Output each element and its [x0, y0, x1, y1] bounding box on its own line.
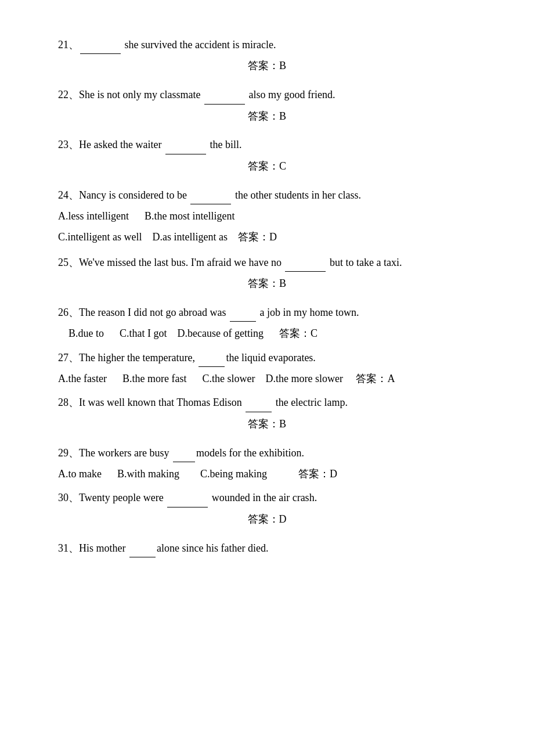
option-29-a: A.to make: [58, 468, 102, 480]
answer-24: 答案：D: [238, 231, 277, 243]
blank-28: [246, 393, 272, 412]
question-30-text: 30、Twenty people were wounded in the air…: [58, 488, 476, 507]
option-27-b: B.the more fast: [122, 373, 186, 384]
option-24-a: A.less intelligent: [58, 210, 129, 222]
question-number: 28、: [58, 397, 79, 408]
option-27-a: A.the faster: [58, 373, 107, 384]
question-28-text: 28、It was well known that Thomas Edison …: [58, 393, 476, 412]
answer-28: 答案：B: [58, 416, 476, 433]
answer-26: 答案：C: [279, 327, 317, 339]
question-number: 27、: [58, 352, 79, 363]
answer-29: 答案：D: [298, 468, 337, 480]
blank-31: [129, 538, 156, 557]
question-22: 22、She is not only my classmate also my …: [58, 85, 476, 124]
option-26-d: D.because of getting: [178, 327, 264, 339]
question-30: 30、Twenty people were wounded in the air…: [58, 488, 476, 527]
option-24-c: C.intelligent as well: [58, 231, 142, 243]
options-24-line2: C.intelligent as well D.as intelligent a…: [58, 228, 476, 246]
question-29-text: 29、The workers are busy models for the e…: [58, 443, 476, 462]
options-26: B.due to C.that I got D.because of getti…: [58, 324, 476, 343]
option-29-b: B.with making: [117, 468, 179, 480]
option-24-d: D.as intelligent as: [152, 231, 227, 243]
answer-23: 答案：C: [58, 158, 476, 175]
blank-27: [199, 348, 225, 367]
question-24: 24、Nancy is considered to be the other s…: [58, 185, 476, 247]
question-number: 25、: [58, 257, 79, 268]
options-29: A.to make B.with making C.being making 答…: [58, 465, 476, 483]
question-24-text: 24、Nancy is considered to be the other s…: [58, 185, 476, 204]
question-number: 24、: [58, 189, 79, 201]
blank-26: [230, 303, 256, 322]
question-31: 31、His mother alone since his father die…: [58, 538, 476, 557]
question-number: 21、: [58, 39, 79, 51]
question-27-text: 27、The higher the temperature, the liqui…: [58, 348, 476, 367]
question-23: 23、He asked the waiter the bill. 答案：C: [58, 135, 476, 174]
question-25-text: 25、We've missed the last bus. I'm afraid…: [58, 253, 476, 272]
question-29: 29、The workers are busy models for the e…: [58, 443, 476, 484]
option-29-c: C.being making: [200, 468, 267, 480]
options-27: A.the faster B.the more fast C.the slowe…: [58, 369, 476, 388]
option-27-c: C.the slower: [202, 373, 255, 384]
option-26-b: B.due to: [68, 327, 104, 339]
blank-25: [285, 253, 326, 272]
option-24-b: B.the most intelligent: [145, 210, 235, 222]
question-26-text: 26、The reason I did not go abroad was a …: [58, 303, 476, 322]
question-number: 30、: [58, 492, 79, 503]
option-26-c: C.that I got: [120, 327, 167, 339]
question-21: 21、 she survived the accident is miracle…: [58, 35, 476, 74]
answer-21: 答案：B: [58, 57, 476, 74]
question-number: 23、: [58, 139, 79, 150]
blank-29: [173, 443, 195, 462]
blank-22: [204, 85, 245, 104]
question-number: 22、: [58, 89, 79, 100]
answer-30: 答案：D: [58, 511, 476, 528]
question-31-text: 31、His mother alone since his father die…: [58, 538, 476, 557]
option-27-d: D.the more slower: [265, 373, 342, 384]
answer-22: 答案：B: [58, 108, 476, 125]
question-22-text: 22、She is not only my classmate also my …: [58, 85, 476, 104]
question-26: 26、The reason I did not go abroad was a …: [58, 303, 476, 343]
question-27: 27、The higher the temperature, the liqui…: [58, 348, 476, 388]
options-24-line1: A.less intelligent B.the most intelligen…: [58, 207, 476, 225]
blank-30: [167, 488, 208, 507]
question-number: 29、: [58, 447, 79, 459]
blank-21: [80, 35, 121, 54]
question-number: 31、: [58, 542, 79, 554]
question-number: 26、: [58, 307, 79, 318]
blank-24: [190, 185, 231, 204]
question-25: 25、We've missed the last bus. I'm afraid…: [58, 253, 476, 292]
blank-23: [165, 135, 206, 154]
answer-25: 答案：B: [58, 275, 476, 292]
question-21-text: 21、 she survived the accident is miracle…: [58, 35, 476, 54]
question-23-text: 23、He asked the waiter the bill.: [58, 135, 476, 154]
answer-27: 答案：A: [356, 373, 395, 384]
question-28: 28、It was well known that Thomas Edison …: [58, 393, 476, 432]
